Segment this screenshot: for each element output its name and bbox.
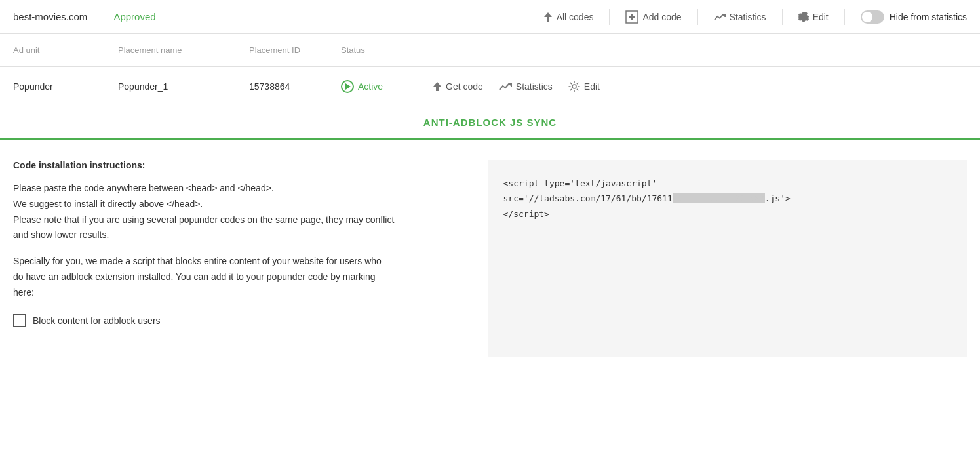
site-name: best-movies.com — [13, 11, 87, 22]
col-header-status: Status — [341, 45, 433, 55]
svg-marker-0 — [544, 12, 552, 22]
get-code-button[interactable]: Get code — [433, 81, 483, 92]
instructions-line6: do have an adblock extension installed. … — [13, 269, 461, 285]
checkbox-row[interactable]: Block content for adblock users — [13, 314, 461, 327]
row-edit-gear-icon — [568, 81, 580, 92]
instructions-body: Please paste the code anywhere between <… — [13, 181, 461, 301]
svg-point-5 — [572, 85, 576, 88]
header-bar: best-movies.com Approved All codes Add c… — [0, 0, 980, 34]
code-line3: </script> — [503, 206, 952, 222]
col-header-ad-unit: Ad unit — [13, 45, 118, 55]
separator-4 — [844, 9, 845, 25]
instructions-line4: and show lower results. — [13, 227, 461, 243]
separator-2 — [697, 9, 698, 25]
row-edit-button[interactable]: Edit — [568, 81, 600, 92]
edit-gear-icon — [798, 12, 809, 22]
approval-status: Approved — [113, 11, 155, 22]
edit-button[interactable]: Edit — [798, 12, 829, 22]
table-header: Ad unit Placement name Placement ID Stat… — [0, 34, 980, 67]
instructions-spacer — [13, 243, 461, 254]
instructions-line5: Specially for you, we made a script that… — [13, 254, 461, 269]
anti-adblock-header: ANTI-ADBLOCK JS SYNC — [0, 106, 980, 140]
instructions-line3: Please note that if you are using severa… — [13, 212, 461, 228]
cell-status: Active — [341, 80, 433, 93]
get-code-icon — [433, 81, 442, 92]
instructions-panel: Code installation instructions: Please p… — [13, 160, 461, 357]
hide-statistics-toggle[interactable] — [861, 10, 884, 24]
row-statistics-icon — [499, 82, 512, 91]
cell-placement-name: Popunder_1 — [118, 81, 249, 92]
instructions-line7: here: — [13, 285, 461, 301]
hide-statistics-label: Hide from statistics — [890, 12, 967, 22]
statistics-button[interactable]: Statistics — [714, 12, 766, 22]
statistics-icon — [714, 12, 726, 22]
code-line2: src='//ladsabs.com/17/61/bb/17611.......… — [503, 191, 952, 206]
cell-ad-unit: Popunder — [13, 81, 118, 92]
code-line1: <script type='text/javascript' — [503, 176, 952, 191]
all-codes-icon — [543, 12, 553, 22]
add-code-icon — [625, 10, 638, 24]
col-header-placement-id: Placement ID — [249, 45, 341, 55]
instructions-title: Code installation instructions: — [13, 160, 461, 170]
cell-placement-id: 15738864 — [249, 81, 341, 92]
col-header-placement-name: Placement name — [118, 45, 249, 55]
status-text: Active — [358, 81, 383, 92]
instructions-line2: We suggest to install it directly above … — [13, 197, 461, 212]
row-statistics-button[interactable]: Statistics — [499, 81, 553, 92]
svg-marker-4 — [433, 82, 441, 91]
hide-from-statistics-toggle-container[interactable]: Hide from statistics — [861, 10, 967, 24]
separator-3 — [782, 9, 783, 25]
cell-actions: Get code Statistics Edit — [433, 81, 967, 92]
block-adblock-label[interactable]: Block content for adblock users — [33, 315, 161, 326]
content-area: Code installation instructions: Please p… — [0, 140, 980, 376]
all-codes-button[interactable]: All codes — [543, 12, 594, 22]
code-block: <script type='text/javascript' src='//la… — [488, 160, 968, 357]
separator-1 — [609, 9, 610, 25]
instructions-line1: Please paste the code anywhere between <… — [13, 181, 461, 197]
block-adblock-checkbox[interactable] — [13, 314, 26, 327]
table-row: Popunder Popunder_1 15738864 Active Get … — [0, 67, 980, 106]
add-code-button[interactable]: Add code — [625, 10, 681, 24]
status-active-icon — [341, 80, 354, 93]
